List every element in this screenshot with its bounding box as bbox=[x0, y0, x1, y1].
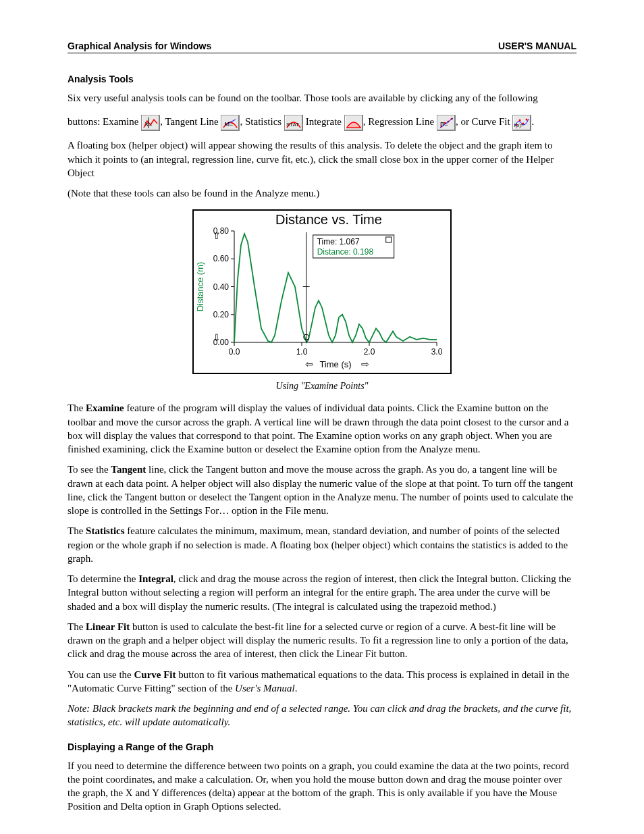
svg-text:Time (s): Time (s) bbox=[319, 359, 351, 369]
integrate-icon[interactable] bbox=[344, 115, 363, 131]
section-analysis-tools-title: Analysis Tools bbox=[68, 74, 576, 84]
tangent-icon[interactable]: M= bbox=[221, 115, 240, 131]
examine-icon[interactable]: X= bbox=[141, 115, 160, 131]
paragraph-curve-fit: You can use the Curve Fit button to fit … bbox=[68, 668, 576, 696]
analysis-helper-object: A floating box (helper object) will appe… bbox=[68, 138, 576, 180]
svg-text:Distance: 0.198: Distance: 0.198 bbox=[317, 247, 374, 257]
paragraph-tangent: To see the Tangent line, click the Tange… bbox=[68, 463, 576, 517]
svg-text:2.0: 2.0 bbox=[364, 347, 375, 357]
header-left: Graphical Analysis for Windows bbox=[68, 41, 211, 51]
svg-text:Distance vs. Time: Distance vs. Time bbox=[275, 212, 382, 227]
svg-text:⇨: ⇨ bbox=[361, 359, 369, 369]
paragraph-examine: The Examine feature of the program will … bbox=[68, 401, 576, 456]
regression-icon[interactable]: R= bbox=[437, 115, 456, 131]
toolbar-buttons-line: buttons: Examine X=, Tangent Line M=, St… bbox=[68, 111, 576, 132]
svg-text:0.60: 0.60 bbox=[213, 255, 230, 264]
svg-text:1.0: 1.0 bbox=[296, 347, 308, 357]
page-header: Graphical Analysis for Windows USER'S MA… bbox=[68, 41, 576, 53]
analysis-intro-1: Six very useful analysis tools can be fo… bbox=[68, 91, 576, 105]
svg-text:⇧: ⇧ bbox=[213, 231, 221, 241]
svg-text:Distance (m): Distance (m) bbox=[195, 262, 205, 312]
paragraph-display-range: If you need to determine the difference … bbox=[68, 759, 576, 814]
section-display-range-title: Displaying a Range of the Graph bbox=[68, 741, 576, 752]
svg-text:⇦: ⇦ bbox=[305, 359, 313, 369]
header-right: USER'S MANUAL bbox=[498, 41, 576, 51]
paragraph-statistics: The Statistics feature calculates the mi… bbox=[68, 524, 576, 565]
curvefit-icon[interactable]: f(x)= bbox=[512, 115, 531, 131]
analysis-note-menu: (Note that these tools can also be found… bbox=[68, 186, 576, 200]
svg-text:⇩: ⇩ bbox=[213, 333, 221, 343]
paragraph-linear-fit: The Linear Fit button is used to calcula… bbox=[68, 620, 576, 661]
svg-text:0.40: 0.40 bbox=[213, 282, 230, 292]
statistics-icon[interactable]: STAT bbox=[284, 115, 303, 131]
paragraph-note-brackets: Note: Black brackets mark the beginning … bbox=[68, 702, 576, 729]
svg-text:0.0: 0.0 bbox=[229, 347, 240, 357]
chart-figure: Distance vs. Time0.000.200.400.600.800.0… bbox=[68, 209, 576, 377]
distance-vs-time-chart: Distance vs. Time0.000.200.400.600.800.0… bbox=[192, 209, 452, 374]
svg-point-10 bbox=[526, 118, 528, 120]
paragraph-integral: To determine the Integral, click and dra… bbox=[68, 572, 576, 613]
svg-text:0.20: 0.20 bbox=[213, 310, 230, 319]
figure-caption: Using "Examine Points" bbox=[68, 381, 576, 392]
svg-text:Time: 1.067: Time: 1.067 bbox=[317, 237, 360, 246]
svg-text:3.0: 3.0 bbox=[431, 347, 443, 357]
